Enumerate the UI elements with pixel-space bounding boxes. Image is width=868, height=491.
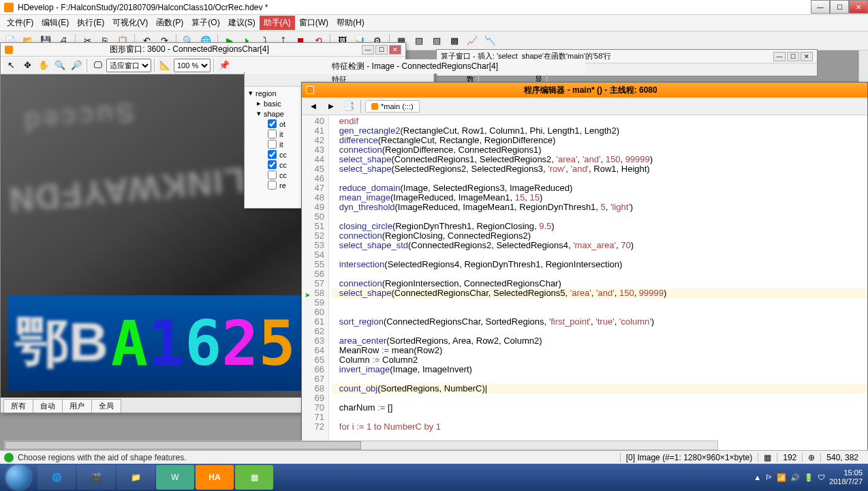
- minimize-button[interactable]: —: [811, 0, 830, 14]
- plate-char: 2: [221, 308, 258, 379]
- layout2-icon[interactable]: ▧: [412, 33, 427, 48]
- task-hdevelop[interactable]: HA: [196, 465, 234, 490]
- status-pixel-icon: ▦: [758, 453, 777, 462]
- tree-checkbox[interactable]: [268, 119, 277, 128]
- task-ie[interactable]: 🌐: [37, 465, 76, 490]
- menu-visual[interactable]: 可视化(V): [108, 16, 152, 30]
- menu-advice[interactable]: 建议(S): [224, 16, 260, 30]
- maximize-button[interactable]: ☐: [830, 0, 849, 14]
- tree-checkbox[interactable]: [268, 181, 277, 190]
- tray-shield-icon[interactable]: 🛡: [818, 473, 825, 481]
- zoom-select[interactable]: 100 %: [174, 59, 211, 72]
- nav-fwd-icon[interactable]: ►: [324, 99, 339, 114]
- clock-date: 2018/7/27: [829, 477, 863, 486]
- gfx-icon: [5, 46, 13, 54]
- fit-select[interactable]: 适应窗口: [106, 59, 151, 72]
- menu-func[interactable]: 函数(P): [152, 16, 187, 30]
- code-area[interactable]: 4041424344454647484950515253545556575859…: [302, 115, 867, 455]
- tree-item-label: ot: [278, 120, 285, 128]
- tab-user[interactable]: 用户: [62, 399, 92, 413]
- tree-item-label: cc: [278, 171, 287, 179]
- status-message: Choose regions with the aid of shape fea…: [18, 453, 620, 462]
- tree-item-label: cc: [278, 161, 287, 169]
- menu-assist[interactable]: 助手(A): [260, 16, 295, 30]
- close-button[interactable]: ✕: [849, 0, 868, 14]
- ruler-icon[interactable]: 📐: [157, 58, 172, 73]
- nav-back-icon[interactable]: ◄: [306, 99, 321, 114]
- move-icon[interactable]: ✥: [20, 58, 35, 73]
- pointer-icon[interactable]: ↖: [3, 58, 18, 73]
- pin-icon[interactable]: 📌: [217, 58, 232, 73]
- menu-run[interactable]: 执行(E): [73, 16, 108, 30]
- menu-edit[interactable]: 编辑(E): [37, 16, 73, 30]
- tray-vol-icon[interactable]: 🔊: [790, 473, 800, 482]
- op-min-icon[interactable]: —: [773, 52, 786, 61]
- gfx-close-icon[interactable]: ✕: [389, 45, 401, 55]
- workspace: 算子窗口 - 插入: 'select_shape'在函数'main'的'58'行…: [0, 50, 868, 464]
- tree-region[interactable]: region: [254, 89, 277, 98]
- plate-char: A: [111, 308, 148, 379]
- tab-dot-icon: [371, 103, 378, 110]
- op-close-icon[interactable]: ✕: [801, 52, 813, 61]
- tab-all[interactable]: 所有: [3, 399, 33, 413]
- tab-global[interactable]: 全局: [91, 399, 121, 413]
- tree-item-label: cc: [278, 151, 287, 159]
- menu-file[interactable]: 文件(F): [3, 16, 37, 30]
- op-max-icon[interactable]: ☐: [787, 52, 799, 61]
- code-content[interactable]: endif gen_rectangle2(RectangleCut, Row1,…: [329, 115, 867, 455]
- window-controls: — ☐ ✕: [811, 0, 868, 14]
- tree-item-label: it: [278, 130, 283, 138]
- task-wps[interactable]: W: [156, 465, 194, 490]
- tree-checkbox[interactable]: [268, 150, 277, 159]
- line-gutter: 4041424344454647484950515253545556575859…: [302, 115, 329, 455]
- tree-shape[interactable]: shape: [262, 110, 284, 118]
- tree-checkbox[interactable]: [268, 160, 277, 169]
- tray-bat-icon[interactable]: 🔋: [804, 473, 813, 482]
- editor-tab-label: *main (:::): [381, 102, 414, 110]
- plate-char: 5: [259, 308, 296, 379]
- menu-window[interactable]: 窗口(W): [295, 16, 332, 30]
- gfx-min-icon[interactable]: —: [362, 45, 374, 55]
- gfx-max-icon[interactable]: ☐: [375, 45, 388, 55]
- tree-toggle-icon[interactable]: ▾: [247, 89, 254, 98]
- status-coords: 540, 382: [820, 453, 864, 462]
- tab-auto[interactable]: 自动: [33, 399, 63, 413]
- bookmark-icon[interactable]: 📑: [341, 99, 356, 114]
- layout4-icon[interactable]: ▩: [447, 33, 462, 48]
- chart-icon[interactable]: 📈: [465, 33, 480, 48]
- editor-tab-main[interactable]: *main (:::): [365, 100, 420, 113]
- feature-detect-title: 特征检测 - Image - ConnectedRegionsChar[4]: [245, 59, 585, 74]
- tree-checkbox[interactable]: [268, 170, 277, 179]
- tray-up-icon[interactable]: ▲: [754, 473, 761, 481]
- menu-op[interactable]: 算子(O): [187, 16, 223, 30]
- hand-icon[interactable]: ✋: [36, 58, 51, 73]
- zoom-icon[interactable]: 🔍: [52, 58, 67, 73]
- taskbar: 🌐 🎬 📁 W HA ▦ ▲ 🏳 📶 🔊 🔋 🛡 15:05 2018/7/27: [0, 464, 868, 491]
- scroll-thumb[interactable]: [5, 441, 361, 449]
- menu-help[interactable]: 帮助(H): [332, 16, 369, 30]
- app-titlebar: HDevelop - F:/HalconStudy/20180709/Halco…: [0, 0, 868, 15]
- tree-basic[interactable]: basic: [262, 100, 281, 108]
- tree-item-label: it: [278, 140, 283, 149]
- task-media[interactable]: 🎬: [77, 465, 115, 490]
- bg-text-1: Succed: [20, 97, 136, 137]
- clock[interactable]: 15:05 2018/7/27: [829, 468, 863, 486]
- tree-checkbox[interactable]: [268, 130, 277, 138]
- status-image: [0] Image (#=1: 1280×960×1×byte): [620, 453, 758, 462]
- start-button[interactable]: [0, 464, 37, 491]
- zoomout-icon[interactable]: 🔎: [69, 58, 84, 73]
- tree-item-label: re: [278, 181, 286, 190]
- tree-toggle-icon[interactable]: ▸: [255, 99, 262, 108]
- display-icon[interactable]: 🖵: [90, 58, 105, 73]
- task-explorer[interactable]: 📁: [117, 465, 155, 490]
- task-other[interactable]: ▦: [235, 465, 273, 490]
- tree-toggle-icon[interactable]: ▾: [255, 109, 262, 118]
- layout3-icon[interactable]: ▨: [429, 33, 444, 48]
- tray-net-icon[interactable]: 📶: [777, 473, 786, 482]
- histogram-icon[interactable]: 📉: [482, 33, 497, 48]
- h-scrollbar[interactable]: [4, 441, 718, 450]
- system-tray: ▲ 🏳 📶 🔊 🔋 🛡 15:05 2018/7/27: [748, 468, 868, 486]
- tray-flag-icon[interactable]: 🏳: [765, 473, 773, 481]
- tree-checkbox[interactable]: [268, 140, 277, 149]
- app-title: HDevelop - F:/HalconStudy/20180709/Halco…: [18, 3, 864, 12]
